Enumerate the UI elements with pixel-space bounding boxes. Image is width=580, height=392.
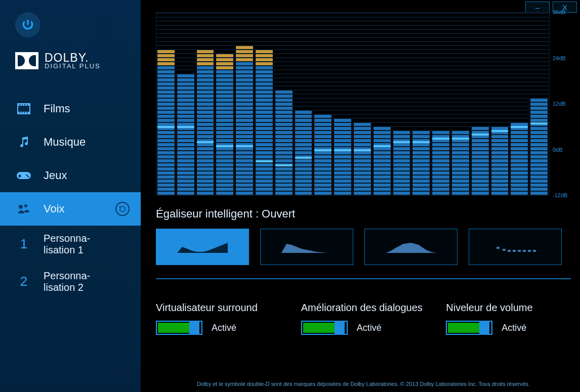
nav-films[interactable]: Films [0, 92, 141, 125]
toggle-surround: Virtualisateur surround Activé [156, 288, 281, 335]
preset-flat[interactable] [469, 229, 562, 265]
nav-games[interactable]: Jeux [0, 159, 141, 192]
nav: Films Musique Jeux Voix [0, 92, 141, 300]
toggle-title: Amélioration des dialogues [301, 288, 426, 314]
toggle-state: Activé [502, 323, 526, 333]
svg-rect-3 [19, 104, 20, 105]
dialog-switch[interactable] [301, 321, 348, 335]
music-icon [15, 136, 32, 148]
reset-icon [118, 205, 127, 213]
nav-voice[interactable]: Voix [0, 192, 141, 226]
svg-rect-7 [19, 112, 20, 113]
toggle-title: Niveleur de volume [446, 288, 571, 314]
minimize-button[interactable]: – [525, 2, 550, 13]
nav-label: Personna- lisation 2 [44, 270, 90, 293]
svg-rect-4 [22, 104, 23, 105]
feature-toggles: Virtualisateur surround Activé Améliorat… [156, 288, 571, 335]
svg-point-15 [27, 176, 29, 177]
sidebar: DOLBY. DIGITAL PLUS Films Musique [0, 0, 141, 392]
equalizer: 36dB24dB12dB0dB-12dB [156, 12, 571, 195]
nav-label: Voix [44, 202, 65, 215]
svg-point-17 [24, 204, 27, 207]
nav-label: Films [44, 102, 70, 115]
minimize-icon: – [535, 3, 540, 12]
svg-rect-6 [27, 104, 28, 105]
power-button[interactable] [15, 12, 40, 37]
brand-subtitle: DIGITAL PLUS [45, 63, 101, 70]
toggle-state: Activé [212, 323, 236, 333]
surround-switch[interactable] [156, 321, 202, 335]
svg-rect-25 [533, 250, 536, 252]
svg-rect-18 [496, 247, 500, 249]
svg-rect-5 [24, 104, 25, 105]
nav-label: Personna- lisation 1 [44, 233, 90, 256]
power-icon [21, 18, 34, 31]
film-icon [15, 103, 32, 114]
svg-rect-23 [523, 250, 526, 252]
window-controls: – X [525, 2, 577, 13]
svg-rect-8 [22, 112, 23, 113]
main-panel: – X 36dB24dB12dB0dB-12dB Égaliseur intel… [141, 0, 580, 392]
section-divider [156, 278, 571, 279]
svg-rect-24 [528, 250, 531, 252]
voice-icon [15, 203, 32, 214]
svg-rect-19 [503, 249, 506, 251]
preset-shape-icon [279, 236, 335, 258]
toggle-state: Activé [357, 323, 382, 333]
svg-rect-20 [508, 250, 511, 252]
eq-title: Égaliseur intelligent : Ouvert [156, 207, 571, 221]
eq-axis-labels: 36dB24dB12dB0dB-12dB [550, 12, 571, 195]
equalizer-chart [156, 12, 550, 195]
app-root: DOLBY. DIGITAL PLUS Films Musique [0, 0, 580, 392]
preset-bright[interactable] [364, 229, 458, 265]
svg-point-16 [19, 205, 23, 209]
volume-switch[interactable] [446, 321, 492, 335]
preset-open[interactable] [156, 229, 249, 265]
svg-rect-10 [27, 112, 28, 113]
svg-rect-13 [18, 176, 21, 177]
toggle-dialog: Amélioration des dialogues Activé [301, 288, 426, 335]
gamepad-icon [15, 171, 32, 180]
custom-number-icon: 2 [15, 274, 32, 289]
reset-button[interactable] [115, 202, 130, 216]
toggle-volume: Niveleur de volume Activé [446, 288, 571, 335]
custom-number-icon: 1 [15, 236, 32, 252]
dolby-logo-icon [15, 52, 38, 69]
preset-shape-icon [175, 236, 230, 258]
preset-shape-icon [487, 236, 543, 258]
nav-custom-2[interactable]: 2 Personna- lisation 2 [0, 263, 141, 300]
nav-custom-1[interactable]: 1 Personna- lisation 1 [0, 226, 141, 263]
svg-rect-21 [513, 250, 516, 252]
preset-shape-icon [383, 236, 439, 258]
nav-label: Musique [44, 136, 86, 149]
svg-rect-9 [24, 112, 25, 113]
toggle-title: Virtualisateur surround [156, 288, 281, 314]
svg-point-14 [26, 174, 27, 176]
svg-rect-22 [518, 250, 521, 252]
brand: DOLBY. DIGITAL PLUS [15, 52, 141, 70]
footer-copyright: Dolby et le symbole double-D sont des ma… [156, 374, 571, 392]
nav-music[interactable]: Musique [0, 125, 141, 159]
eq-presets [156, 229, 571, 265]
preset-warm[interactable] [260, 229, 353, 265]
nav-label: Jeux [44, 169, 67, 182]
